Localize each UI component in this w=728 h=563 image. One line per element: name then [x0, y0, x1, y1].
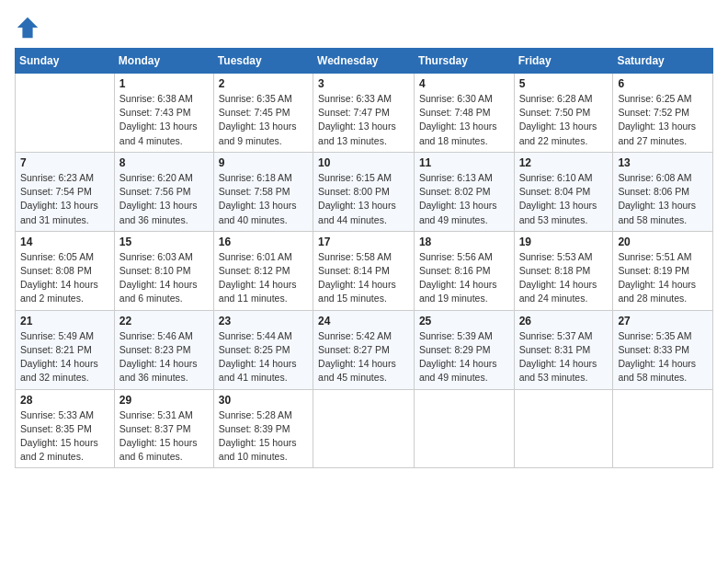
day-number: 29: [119, 394, 209, 407]
day-number: 2: [219, 77, 308, 90]
calendar-week-row: 7Sunrise: 6:23 AMSunset: 7:54 PMDaylight…: [16, 152, 713, 231]
calendar-cell: [16, 74, 115, 153]
day-number: 8: [119, 156, 209, 169]
day-info: Sunrise: 5:56 AMSunset: 8:16 PMDaylight:…: [419, 250, 509, 306]
calendar-cell: 6Sunrise: 6:25 AMSunset: 7:52 PMDaylight…: [613, 74, 713, 153]
day-number: 23: [219, 315, 308, 327]
day-info: Sunrise: 6:35 AMSunset: 7:45 PMDaylight:…: [219, 92, 308, 148]
day-info: Sunrise: 6:33 AMSunset: 7:47 PMDaylight:…: [318, 92, 409, 148]
day-info: Sunrise: 6:23 AMSunset: 7:54 PMDaylight:…: [20, 171, 109, 227]
calendar-header-row: SundayMondayTuesdayWednesdayThursdayFrid…: [16, 49, 713, 74]
calendar-cell: 25Sunrise: 5:39 AMSunset: 8:29 PMDayligh…: [414, 310, 514, 389]
day-number: 19: [519, 236, 609, 248]
day-number: 22: [119, 315, 209, 327]
calendar-day-header: Saturday: [613, 49, 713, 74]
calendar-body: 1Sunrise: 6:38 AMSunset: 7:43 PMDaylight…: [16, 74, 713, 468]
calendar-cell: [313, 389, 415, 468]
calendar-cell: 11Sunrise: 6:13 AMSunset: 8:02 PMDayligh…: [414, 152, 514, 231]
day-info: Sunrise: 5:31 AMSunset: 8:37 PMDaylight:…: [119, 408, 209, 465]
calendar-cell: 17Sunrise: 5:58 AMSunset: 8:14 PMDayligh…: [313, 231, 415, 310]
day-info: Sunrise: 6:15 AMSunset: 8:00 PMDaylight:…: [318, 171, 409, 227]
logo: [15, 15, 44, 40]
calendar-cell: 23Sunrise: 5:44 AMSunset: 8:25 PMDayligh…: [213, 310, 313, 389]
day-number: 15: [119, 236, 209, 248]
day-number: 21: [20, 315, 109, 327]
day-number: 24: [318, 315, 409, 327]
calendar-cell: 1Sunrise: 6:38 AMSunset: 7:43 PMDaylight…: [114, 74, 213, 153]
day-number: 4: [419, 77, 509, 90]
calendar-cell: 19Sunrise: 5:53 AMSunset: 8:18 PMDayligh…: [514, 231, 613, 310]
day-info: Sunrise: 6:30 AMSunset: 7:48 PMDaylight:…: [419, 92, 509, 148]
day-number: 30: [219, 394, 308, 407]
day-info: Sunrise: 5:35 AMSunset: 8:33 PMDaylight:…: [618, 329, 708, 385]
day-info: Sunrise: 5:28 AMSunset: 8:39 PMDaylight:…: [219, 408, 308, 465]
day-info: Sunrise: 6:20 AMSunset: 7:56 PMDaylight:…: [119, 171, 209, 227]
calendar-table: SundayMondayTuesdayWednesdayThursdayFrid…: [15, 48, 713, 468]
day-number: 7: [20, 156, 109, 169]
logo-icon: [15, 15, 40, 40]
calendar-cell: 16Sunrise: 6:01 AMSunset: 8:12 PMDayligh…: [213, 231, 313, 310]
day-info: Sunrise: 6:13 AMSunset: 8:02 PMDaylight:…: [419, 171, 509, 227]
calendar-day-header: Tuesday: [213, 49, 313, 74]
svg-marker-0: [17, 17, 38, 38]
calendar-cell: 9Sunrise: 6:18 AMSunset: 7:58 PMDaylight…: [213, 152, 313, 231]
day-number: 6: [618, 77, 708, 90]
day-info: Sunrise: 5:33 AMSunset: 8:35 PMDaylight:…: [20, 408, 109, 465]
calendar-cell: 29Sunrise: 5:31 AMSunset: 8:37 PMDayligh…: [114, 389, 213, 468]
day-number: 13: [618, 156, 708, 169]
page-header: [15, 15, 713, 40]
calendar-cell: 24Sunrise: 5:42 AMSunset: 8:27 PMDayligh…: [313, 310, 415, 389]
day-info: Sunrise: 5:49 AMSunset: 8:21 PMDaylight:…: [20, 329, 109, 385]
calendar-cell: 21Sunrise: 5:49 AMSunset: 8:21 PMDayligh…: [16, 310, 115, 389]
day-info: Sunrise: 5:37 AMSunset: 8:31 PMDaylight:…: [519, 329, 609, 385]
calendar-day-header: Wednesday: [313, 49, 415, 74]
calendar-week-row: 28Sunrise: 5:33 AMSunset: 8:35 PMDayligh…: [16, 389, 713, 468]
day-info: Sunrise: 6:25 AMSunset: 7:52 PMDaylight:…: [618, 92, 708, 148]
calendar-cell: 5Sunrise: 6:28 AMSunset: 7:50 PMDaylight…: [514, 74, 613, 153]
calendar-cell: 4Sunrise: 6:30 AMSunset: 7:48 PMDaylight…: [414, 74, 514, 153]
calendar-cell: 13Sunrise: 6:08 AMSunset: 8:06 PMDayligh…: [613, 152, 713, 231]
calendar-day-header: Sunday: [16, 49, 115, 74]
calendar-day-header: Monday: [114, 49, 213, 74]
day-number: 1: [119, 77, 209, 90]
day-info: Sunrise: 5:42 AMSunset: 8:27 PMDaylight:…: [318, 329, 409, 385]
day-number: 26: [519, 315, 609, 327]
calendar-cell: 26Sunrise: 5:37 AMSunset: 8:31 PMDayligh…: [514, 310, 613, 389]
day-number: 5: [519, 77, 609, 90]
day-info: Sunrise: 6:18 AMSunset: 7:58 PMDaylight:…: [219, 171, 308, 227]
day-number: 28: [20, 394, 109, 407]
calendar-cell: 2Sunrise: 6:35 AMSunset: 7:45 PMDaylight…: [213, 74, 313, 153]
day-info: Sunrise: 6:28 AMSunset: 7:50 PMDaylight:…: [519, 92, 609, 148]
calendar-cell: [414, 389, 514, 468]
calendar-cell: 8Sunrise: 6:20 AMSunset: 7:56 PMDaylight…: [114, 152, 213, 231]
day-info: Sunrise: 5:39 AMSunset: 8:29 PMDaylight:…: [419, 329, 509, 385]
day-info: Sunrise: 6:03 AMSunset: 8:10 PMDaylight:…: [119, 250, 209, 306]
day-number: 17: [318, 236, 409, 248]
calendar-cell: 15Sunrise: 6:03 AMSunset: 8:10 PMDayligh…: [114, 231, 213, 310]
calendar-week-row: 21Sunrise: 5:49 AMSunset: 8:21 PMDayligh…: [16, 310, 713, 389]
day-info: Sunrise: 5:46 AMSunset: 8:23 PMDaylight:…: [119, 329, 209, 385]
calendar-day-header: Friday: [514, 49, 613, 74]
calendar-week-row: 14Sunrise: 6:05 AMSunset: 8:08 PMDayligh…: [16, 231, 713, 310]
day-number: 20: [618, 236, 708, 248]
day-info: Sunrise: 6:05 AMSunset: 8:08 PMDaylight:…: [20, 250, 109, 306]
day-number: 10: [318, 156, 409, 169]
day-number: 27: [618, 315, 708, 327]
day-info: Sunrise: 5:44 AMSunset: 8:25 PMDaylight:…: [219, 329, 308, 385]
calendar-cell: 30Sunrise: 5:28 AMSunset: 8:39 PMDayligh…: [213, 389, 313, 468]
day-number: 11: [419, 156, 509, 169]
day-info: Sunrise: 6:10 AMSunset: 8:04 PMDaylight:…: [519, 171, 609, 227]
day-number: 16: [219, 236, 308, 248]
calendar-cell: 28Sunrise: 5:33 AMSunset: 8:35 PMDayligh…: [16, 389, 115, 468]
calendar-cell: 20Sunrise: 5:51 AMSunset: 8:19 PMDayligh…: [613, 231, 713, 310]
day-info: Sunrise: 6:38 AMSunset: 7:43 PMDaylight:…: [119, 92, 209, 148]
calendar-cell: 7Sunrise: 6:23 AMSunset: 7:54 PMDaylight…: [16, 152, 115, 231]
calendar-week-row: 1Sunrise: 6:38 AMSunset: 7:43 PMDaylight…: [16, 74, 713, 153]
calendar-cell: 22Sunrise: 5:46 AMSunset: 8:23 PMDayligh…: [114, 310, 213, 389]
day-number: 14: [20, 236, 109, 248]
calendar-cell: 18Sunrise: 5:56 AMSunset: 8:16 PMDayligh…: [414, 231, 514, 310]
day-number: 3: [318, 77, 409, 90]
day-number: 9: [219, 156, 308, 169]
calendar-cell: [514, 389, 613, 468]
day-info: Sunrise: 5:51 AMSunset: 8:19 PMDaylight:…: [618, 250, 708, 306]
